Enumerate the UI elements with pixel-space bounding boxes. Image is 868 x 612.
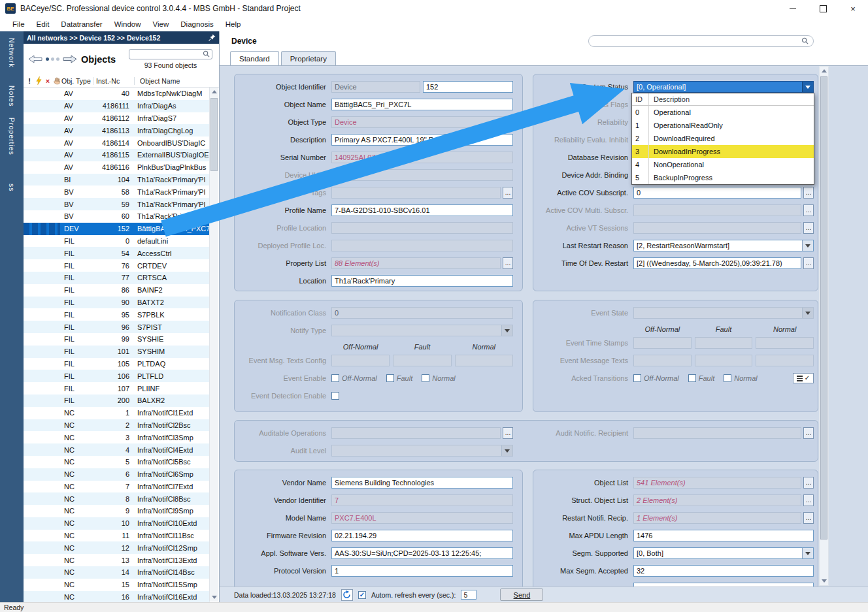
minimize-button[interactable] <box>778 0 808 17</box>
dropdown-option[interactable]: 3 DownloadInProgress <box>632 145 814 158</box>
table-row[interactable]: NC 13 Infra'NotifCl13Extd <box>24 554 210 566</box>
ellipsis-button[interactable]: ... <box>803 204 814 216</box>
send-button[interactable]: Send <box>500 588 543 601</box>
menu-window[interactable]: Window <box>108 20 147 28</box>
ellipsis-button[interactable]: ... <box>803 494 814 506</box>
time-of-restart-field[interactable]: [2] ((Wednesday, 5-March-2025),09:39:21.… <box>633 257 801 269</box>
table-row[interactable]: FIL 77 CRTSCA <box>24 272 210 284</box>
table-row[interactable]: NC 16 Infra'NotifCl16Extd <box>24 591 210 602</box>
table-row[interactable]: NC 10 Infra'NotifCl10Extd <box>24 517 210 530</box>
scroll-up-icon[interactable] <box>210 88 218 96</box>
table-row[interactable]: NC 8 Infra'NotifCl8Bsc <box>24 492 210 505</box>
table-row[interactable]: FIL 54 AccessCtrl <box>24 247 210 259</box>
protocol-version-field[interactable]: 1 <box>331 565 513 577</box>
table-row[interactable]: DEV 152 BättigBAC5_Pri_PXC7 <box>24 223 210 235</box>
object-name-field[interactable]: BättigBAC5_Pri_PXC7L <box>331 99 513 110</box>
sidebar-item-notes[interactable]: Notes <box>8 86 16 106</box>
table-row[interactable]: BV 59 Th1a'Rack'Primary'Pl <box>24 198 210 210</box>
table-row[interactable]: NC 1 Infra'NotifCl1Extd <box>24 407 210 419</box>
profile-name-field[interactable]: 7-BA-G2DS1-010-SBCv16.01 <box>331 204 513 216</box>
autorefresh-checkbox[interactable] <box>358 591 366 599</box>
lightning-icon[interactable] <box>34 76 43 85</box>
ellipsis-button[interactable]: ... <box>803 257 814 269</box>
scroll-thumb[interactable] <box>210 98 218 171</box>
table-row[interactable]: BV 58 Th1a'Rack'Primary'Pl <box>24 185 210 198</box>
menu-datatransfer[interactable]: Datatransfer <box>55 20 108 28</box>
column-header-instance[interactable]: Inst.-Nc <box>93 77 134 85</box>
table-row[interactable]: FIL 76 CRTDEV <box>24 259 210 272</box>
scroll-thumb[interactable] <box>820 76 827 540</box>
pin-icon[interactable] <box>209 34 216 41</box>
segm-supported-combo[interactable]: [0, Both] <box>633 547 814 559</box>
max-apdu-field[interactable]: 1476 <box>633 530 814 541</box>
table-row[interactable]: AV 4186111 Infra'DiagAs <box>24 100 210 112</box>
table-row[interactable]: FIL 106 PLTFLD <box>24 370 210 382</box>
form-scrollbar[interactable] <box>819 66 829 586</box>
ellipsis-button[interactable]: ... <box>503 257 513 269</box>
ellipsis-button[interactable]: ... <box>803 512 814 524</box>
table-row[interactable]: FIL 200 BALXR2 <box>24 395 210 407</box>
table-row[interactable]: FIL 96 S7PIST <box>24 321 210 333</box>
table-row[interactable]: NC 6 Infra'NotifCl6Smp <box>24 468 210 481</box>
sidebar-item-network[interactable]: Network <box>8 38 16 68</box>
active-cov-field[interactable]: 0 <box>633 187 801 199</box>
event-detection-checkbox[interactable] <box>331 392 339 400</box>
dropdown-option[interactable]: 4 NonOperational <box>632 158 814 171</box>
description-field[interactable]: Primary AS PXC7.E400L 19'' Rack office <box>331 134 513 146</box>
device-search-input[interactable] <box>588 35 814 47</box>
table-row[interactable]: AV 4186112 Infra'DiagS7 <box>24 112 210 125</box>
vendor-name-field[interactable]: Siemens Building Technologies <box>331 477 513 489</box>
table-row[interactable]: BI 104 Th1a'Rack'Primary'Pl <box>24 174 210 186</box>
multi-select-button[interactable]: ✓ <box>793 373 814 383</box>
table-row[interactable]: AV 4186115 ExternalIBUS'DiagIOE <box>24 149 210 161</box>
dropdown-option[interactable]: 2 DownloadRequired <box>632 132 814 145</box>
ellipsis-button[interactable]: ... <box>503 427 513 439</box>
scroll-up-icon[interactable] <box>820 67 828 75</box>
chevron-down-icon[interactable] <box>802 240 813 251</box>
scroll-down-icon[interactable] <box>210 593 218 602</box>
ellipsis-button[interactable]: ... <box>803 222 814 234</box>
table-row[interactable]: FIL 107 PLIINF <box>24 382 210 395</box>
refresh-button[interactable] <box>341 589 353 601</box>
event-enable-fault-checkbox[interactable] <box>386 374 394 382</box>
history-dots[interactable] <box>46 57 59 61</box>
refresh-interval-input[interactable]: 5 <box>461 590 476 600</box>
table-row[interactable]: NC 9 Infra'NotifCl9Smp <box>24 505 210 517</box>
table-row[interactable]: AV 4186114 OnboardIBUS'DiagIC <box>24 137 210 149</box>
acked-normal-checkbox[interactable] <box>724 374 731 382</box>
table-row[interactable]: NC 14 Infra'NotifCl14Bsc <box>24 566 210 579</box>
object-identifier-instance-field[interactable]: 152 <box>423 81 513 93</box>
ellipsis-button[interactable]: ... <box>803 477 814 489</box>
table-row[interactable]: NC 7 Infra'NotifCl7Extd <box>24 481 210 493</box>
dropdown-option[interactable]: 1 OperationalReadOnly <box>632 119 814 132</box>
objects-search-input[interactable] <box>129 49 212 59</box>
table-row[interactable]: FIL 99 SYSHIE <box>24 333 210 346</box>
location-field[interactable]: Th1a'Rack'Primary <box>331 275 513 287</box>
table-row[interactable]: FIL 105 PLTDAQ <box>24 358 210 370</box>
table-row[interactable]: FIL 0 default.ini <box>24 235 210 248</box>
hand-icon[interactable] <box>52 77 61 85</box>
ellipsis-button[interactable]: ... <box>503 187 513 199</box>
tab-standard[interactable]: Standard <box>230 51 279 65</box>
menu-file[interactable]: File <box>7 20 31 28</box>
software-version-field[interactable]: AAS-30:SU=SiUn;CPD=2025-03-13 12:25:45; <box>331 547 513 559</box>
sidebar-item-properties[interactable]: Properties <box>8 118 16 155</box>
table-row[interactable]: NC 4 Infra'NotifCl4Extd <box>24 443 210 456</box>
tab-proprietary[interactable]: Proprietary <box>281 51 336 65</box>
table-row[interactable]: BV 60 Th1a'Rack'Primary'Pl <box>24 210 210 223</box>
column-header-name[interactable]: Object Name <box>134 77 219 85</box>
alarm-icon[interactable]: ! <box>25 77 34 85</box>
table-row[interactable]: NC 2 Infra'NotifCl2Bsc <box>24 419 210 432</box>
table-row[interactable]: FIL 86 BAINF2 <box>24 284 210 297</box>
table-row[interactable]: FIL 90 BATXT2 <box>24 297 210 309</box>
menu-help[interactable]: Help <box>220 20 247 28</box>
table-row[interactable]: AV 40 MdbsTcpNwk'DiagM <box>24 88 210 100</box>
table-row[interactable]: NC 15 Infra'NotifCl15Smp <box>24 579 210 591</box>
maximize-button[interactable] <box>808 0 838 17</box>
menu-edit[interactable]: Edit <box>31 20 56 28</box>
acked-offnormal-checkbox[interactable] <box>633 374 641 382</box>
dropdown-option[interactable]: 0 Operational <box>632 106 814 119</box>
back-arrow-icon[interactable] <box>27 54 43 65</box>
chevron-down-icon[interactable] <box>802 82 813 92</box>
scroll-down-icon[interactable] <box>820 577 828 585</box>
